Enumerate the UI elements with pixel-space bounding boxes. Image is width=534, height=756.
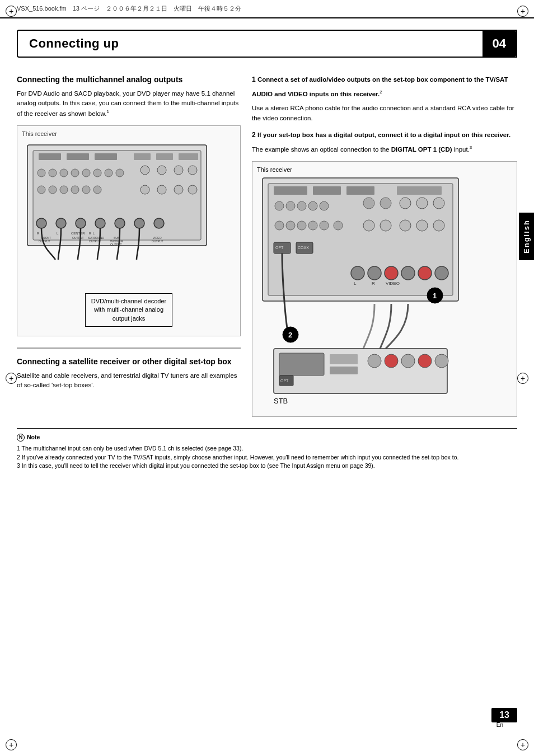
svg-rect-97 <box>330 354 358 364</box>
section-satellite: Connecting a satellite receiver or other… <box>17 348 241 391</box>
svg-point-65 <box>416 198 428 209</box>
svg-point-17 <box>157 166 166 175</box>
svg-rect-4 <box>95 153 117 160</box>
svg-point-57 <box>275 201 284 210</box>
svg-point-15 <box>116 169 124 177</box>
svg-rect-3 <box>67 153 89 160</box>
section-multichannel: Connecting the multichannel analog outpu… <box>17 74 241 336</box>
svg-point-64 <box>400 198 411 209</box>
section-multichannel-body: For DVD Audio and SACD playback, your DV… <box>17 89 241 119</box>
svg-point-102 <box>418 354 432 368</box>
svg-point-82 <box>351 266 364 280</box>
reg-mark-mr <box>516 372 530 385</box>
receiver-left-svg: R FRONT OUTPUT L CENTER OUTPUT R L SURRO… <box>22 139 236 285</box>
page-number: 13 <box>491 708 517 722</box>
svg-text:STB: STB <box>274 397 288 405</box>
svg-text:OPT: OPT <box>275 246 284 250</box>
svg-text:OUTPUT: OUTPUT <box>39 240 50 243</box>
svg-point-76 <box>416 220 428 231</box>
svg-point-68 <box>286 221 295 230</box>
svg-point-26 <box>140 185 149 194</box>
right-diagram-label: This receiver <box>257 166 512 173</box>
svg-point-62 <box>363 198 374 209</box>
svg-point-8 <box>38 169 45 177</box>
svg-text:2: 2 <box>288 331 292 339</box>
reg-mark-tr <box>516 4 530 18</box>
svg-point-12 <box>82 169 90 177</box>
svg-point-34 <box>115 218 125 228</box>
chapter-title: Connecting up <box>18 31 483 57</box>
svg-point-28 <box>174 185 183 194</box>
svg-point-60 <box>308 201 317 210</box>
note1: 1 The multichannel input can only be use… <box>17 444 517 453</box>
svg-rect-56 <box>346 186 374 195</box>
svg-point-99 <box>368 354 381 368</box>
svg-point-77 <box>433 220 444 231</box>
svg-point-22 <box>60 186 68 194</box>
svg-point-23 <box>71 186 79 194</box>
svg-text:COAX: COAX <box>298 246 309 250</box>
note3: 3 In this case, you'll need to tell the … <box>17 462 517 471</box>
svg-point-70 <box>308 221 317 230</box>
svg-point-74 <box>380 220 391 231</box>
svg-text:R: R <box>372 281 375 286</box>
svg-point-24 <box>82 186 90 194</box>
svg-rect-55 <box>313 186 341 195</box>
svg-point-9 <box>49 169 57 177</box>
svg-point-11 <box>71 169 79 177</box>
page-container: VSX_516.book.fm 13 ページ ２００６年２月２１日 火曜日 午後… <box>0 0 534 756</box>
svg-point-35 <box>134 218 144 228</box>
svg-point-71 <box>320 221 329 230</box>
note2: 2 If you've already connected your TV to… <box>17 453 517 462</box>
right-column: 1 Connect a set of audio/video outputs o… <box>252 74 517 417</box>
svg-point-13 <box>93 169 101 177</box>
dvd-decoder-box: DVD/multi-channel decoder with multi-cha… <box>85 293 173 327</box>
svg-text:VIDEO: VIDEO <box>386 281 400 286</box>
svg-point-18 <box>174 166 183 175</box>
file-info: VSX_516.book.fm 13 ページ ２００６年２月２１日 火曜日 午後… <box>17 4 241 13</box>
svg-rect-6 <box>156 153 173 160</box>
top-meta-bar: VSX_516.book.fm 13 ページ ２００６年２月２１日 火曜日 午後… <box>0 0 534 18</box>
svg-point-63 <box>380 198 391 209</box>
left-diagram-label: This receiver <box>22 130 236 137</box>
notes-section: N Note 1 The multichannel input can only… <box>17 428 517 471</box>
step1-audio-video: AUDIO and VIDEO inputs on this receiver.… <box>252 89 517 99</box>
svg-point-31 <box>56 218 66 228</box>
svg-point-66 <box>433 198 444 209</box>
svg-text:OUTPUT: OUTPUT <box>152 240 163 243</box>
svg-text:1: 1 <box>433 292 437 300</box>
svg-point-36 <box>154 218 164 228</box>
svg-point-25 <box>93 186 101 194</box>
section-satellite-body: Satellite and cable receivers, and terre… <box>17 371 241 391</box>
svg-point-19 <box>188 166 197 175</box>
svg-point-84 <box>385 266 398 280</box>
svg-point-85 <box>401 266 415 280</box>
note-title: N Note <box>17 433 517 442</box>
step2-body: The example shows an optical connection … <box>252 144 517 154</box>
svg-point-20 <box>38 186 45 194</box>
step1-body: Use a stereo RCA phono cable for the aud… <box>252 104 517 123</box>
svg-point-16 <box>140 166 149 175</box>
svg-point-59 <box>297 201 306 210</box>
reg-mark-tl <box>4 4 18 18</box>
svg-point-83 <box>368 266 381 280</box>
svg-rect-96 <box>279 353 324 375</box>
section-satellite-title: Connecting a satellite receiver or other… <box>17 356 241 367</box>
left-column: Connecting the multichannel analog outpu… <box>17 74 241 417</box>
svg-text:OUTPUT: OUTPUT <box>72 236 84 240</box>
svg-point-61 <box>320 201 329 210</box>
chapter-number: 04 <box>483 31 516 57</box>
svg-point-69 <box>297 221 306 230</box>
reg-mark-bl <box>4 738 18 752</box>
svg-point-32 <box>76 218 86 228</box>
svg-point-58 <box>286 201 295 210</box>
step1-intro: 1 Connect a set of audio/video outputs o… <box>252 74 517 84</box>
svg-text:R: R <box>37 232 40 235</box>
svg-text:OUTPUT: OUTPUT <box>89 240 101 243</box>
svg-point-21 <box>49 186 57 194</box>
svg-point-100 <box>385 354 398 368</box>
svg-point-27 <box>157 185 166 194</box>
svg-rect-53 <box>397 186 442 195</box>
note-icon: N <box>17 434 25 442</box>
svg-point-10 <box>60 169 68 177</box>
